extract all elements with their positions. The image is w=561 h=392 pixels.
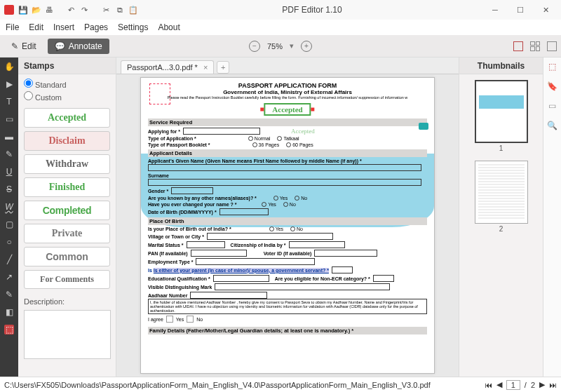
copy-icon[interactable]: ⧉ bbox=[115, 6, 124, 15]
squiggly-tool-icon[interactable]: W bbox=[4, 202, 14, 212]
underline-tool-icon[interactable]: U bbox=[4, 167, 14, 177]
marital-field[interactable] bbox=[187, 241, 225, 248]
agree-no-check[interactable] bbox=[187, 316, 194, 323]
save-icon[interactable]: 💾 bbox=[18, 6, 27, 15]
pdf-page[interactable]: PASSPORT APPLICATION FORM Government of … bbox=[140, 77, 435, 374]
minimize-button[interactable]: ─ bbox=[487, 6, 503, 15]
zoom-dropdown-icon[interactable]: ▾ bbox=[290, 41, 294, 50]
aadhaar-consent: I, the holder of above mentioned Aadhaar… bbox=[148, 299, 427, 314]
edu-field[interactable] bbox=[213, 275, 269, 282]
rect-tool-icon[interactable]: ▢ bbox=[4, 219, 14, 229]
tab-document[interactable]: PassportA...3.0.pdf * × bbox=[121, 60, 214, 74]
village-field[interactable] bbox=[207, 233, 333, 240]
mode-edit[interactable]: ✎Edit bbox=[4, 39, 43, 54]
close-button[interactable]: ✕ bbox=[537, 6, 554, 15]
mark-field[interactable] bbox=[215, 283, 390, 290]
zoom-value[interactable]: 75% bbox=[267, 42, 283, 50]
mode-annotate[interactable]: 💬Annotate bbox=[48, 39, 109, 54]
stamp-accepted[interactable]: Accepted bbox=[24, 108, 110, 128]
radio-36pages[interactable]: 36 Pages bbox=[252, 142, 280, 147]
zoom-out-button[interactable]: − bbox=[249, 41, 260, 52]
open-icon[interactable]: 📂 bbox=[32, 6, 41, 15]
menu-about[interactable]: About bbox=[158, 22, 180, 32]
prev-page-button[interactable]: ◀ bbox=[496, 380, 502, 389]
stamp-for-comments[interactable]: For Comments bbox=[24, 270, 110, 289]
radio-60pages[interactable]: 60 Pages bbox=[286, 142, 313, 147]
menu-edit[interactable]: Edit bbox=[29, 22, 43, 32]
menu-insert[interactable]: Insert bbox=[53, 22, 74, 32]
placed-stamp[interactable]: Accepted bbox=[264, 103, 311, 116]
radio-normal[interactable]: Normal bbox=[248, 136, 271, 141]
select-tool-icon[interactable]: ▶ bbox=[4, 79, 14, 89]
menu-settings[interactable]: Settings bbox=[118, 22, 148, 32]
voter-field[interactable] bbox=[314, 250, 377, 257]
popup-note-icon[interactable] bbox=[419, 123, 428, 130]
menu-file[interactable]: File bbox=[6, 22, 19, 32]
thumbnail-2[interactable] bbox=[475, 161, 528, 224]
ecr-field[interactable] bbox=[373, 275, 394, 282]
arrow-tool-icon[interactable]: ↗ bbox=[4, 272, 14, 282]
strikethrough-tool-icon[interactable]: S bbox=[4, 184, 14, 194]
highlight-tool-icon[interactable]: ▬ bbox=[4, 132, 14, 142]
thumbnail-1[interactable] bbox=[475, 80, 528, 143]
radio-tatkaal[interactable]: Tatkaal bbox=[277, 136, 299, 141]
stamp-common[interactable]: Common bbox=[24, 247, 110, 266]
parent-field[interactable] bbox=[332, 266, 353, 273]
pages-panel-icon[interactable]: ⬚ bbox=[548, 62, 557, 72]
last-page-button[interactable]: ⏭ bbox=[549, 381, 557, 389]
citizenship-field[interactable] bbox=[289, 241, 345, 248]
stamp-finished[interactable]: Finished bbox=[24, 177, 110, 197]
zoom-in-button[interactable]: + bbox=[301, 41, 312, 52]
single-page-icon[interactable] bbox=[513, 41, 523, 51]
dob-field[interactable] bbox=[219, 208, 269, 215]
eraser-tool-icon[interactable]: ◧ bbox=[4, 307, 14, 317]
radio-pob-yes[interactable]: Yes bbox=[269, 227, 283, 231]
stamp-custom-radio[interactable]: Custom bbox=[24, 91, 110, 102]
tab-add-button[interactable]: + bbox=[217, 61, 229, 74]
text-tool-icon[interactable]: T bbox=[4, 97, 14, 107]
undo-icon[interactable]: ↶ bbox=[67, 6, 76, 15]
search-panel-icon[interactable]: 🔍 bbox=[548, 121, 557, 130]
gender-field[interactable] bbox=[171, 187, 213, 194]
radio-chg-yes[interactable]: Yes bbox=[262, 202, 276, 207]
stamp-disclaim[interactable]: Disclaim bbox=[24, 131, 110, 151]
print-icon[interactable]: 🖶 bbox=[45, 6, 54, 15]
hand-tool-icon[interactable]: ✋ bbox=[4, 62, 14, 72]
stamp-tool-icon[interactable]: ⬚ bbox=[4, 325, 14, 334]
stamp-standard-radio[interactable]: Standard bbox=[24, 79, 110, 89]
maximize-button[interactable]: ☐ bbox=[512, 6, 529, 15]
aadhaar-field[interactable] bbox=[190, 292, 267, 299]
cut-icon[interactable]: ✂ bbox=[102, 6, 111, 15]
stamp-private[interactable]: Private bbox=[24, 224, 110, 243]
radio-pob-no[interactable]: No bbox=[290, 227, 303, 231]
applying-field[interactable] bbox=[183, 128, 260, 135]
page-current[interactable]: 1 bbox=[506, 380, 520, 390]
employ-field[interactable] bbox=[196, 258, 315, 265]
paste-icon[interactable]: 📋 bbox=[128, 6, 137, 15]
tab-close-icon[interactable]: × bbox=[203, 63, 208, 72]
tab-bar: PassportA...3.0.pdf * × + bbox=[116, 58, 459, 74]
description-field[interactable] bbox=[24, 310, 111, 359]
grid-view-icon[interactable] bbox=[530, 41, 540, 51]
given-name-field[interactable] bbox=[148, 164, 421, 171]
pen-tool-icon[interactable]: ✎ bbox=[4, 290, 14, 299]
strike-tool-icon[interactable]: ✎ bbox=[4, 149, 14, 159]
agree-yes-check[interactable] bbox=[166, 316, 173, 323]
surname-field[interactable] bbox=[148, 179, 421, 186]
redo-icon[interactable]: ↷ bbox=[80, 6, 89, 15]
stamp-withdraw[interactable]: Withdraw bbox=[24, 154, 110, 174]
note-tool-icon[interactable]: ▭ bbox=[4, 114, 14, 124]
radio-alias-no[interactable]: No bbox=[295, 196, 307, 201]
pan-field[interactable] bbox=[191, 250, 247, 257]
radio-alias-yes[interactable]: Yes bbox=[273, 196, 288, 201]
attachments-panel-icon[interactable]: ▭ bbox=[548, 101, 557, 111]
bookmarks-panel-icon[interactable]: 🔖 bbox=[548, 81, 557, 91]
first-page-button[interactable]: ⏮ bbox=[485, 381, 492, 389]
line-tool-icon[interactable]: ╱ bbox=[4, 255, 14, 264]
stamp-completed[interactable]: Completed bbox=[24, 201, 110, 220]
radio-chg-no[interactable]: No bbox=[283, 202, 296, 207]
circle-tool-icon[interactable]: ○ bbox=[4, 237, 14, 247]
two-page-icon[interactable] bbox=[547, 41, 557, 51]
menu-pages[interactable]: Pages bbox=[84, 22, 108, 32]
next-page-button[interactable]: ▶ bbox=[539, 380, 545, 389]
